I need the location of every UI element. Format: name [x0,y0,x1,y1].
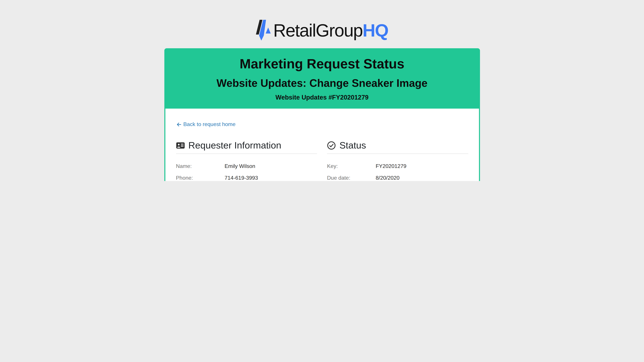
status-row-key: Key: FY20201279 [327,163,468,169]
status-section-title: Status [340,141,366,150]
field-value: FY20201279 [376,163,406,169]
request-card: Marketing Request Status Website Updates… [164,48,480,181]
back-link-label: Back to request home [183,121,236,127]
requester-section-title: Requester Information [188,141,281,150]
back-to-request-home-link[interactable]: Back to request home [176,121,236,127]
request-card-body: Back to request home [165,109,479,181]
brand-name: RetailGroupHQ [273,21,388,39]
requester-information-section: Requester Information Name: Emily Wilson… [176,141,317,181]
requester-row-name: Name: Emily Wilson [176,163,317,169]
requester-section-body: Name: Emily Wilson Phone: 714-619-3993 E… [176,154,317,181]
status-section-body: Key: FY20201279 Due date: 8/20/2020 Proj… [327,154,468,181]
brand-name-accent: HQ [362,20,388,40]
page: RetailGroupHQ Marketing Request Status W… [0,0,644,181]
status-row-due-date: Due date: 8/20/2020 [327,174,468,181]
requester-section-header: Requester Information [176,141,317,154]
brand-name-primary: RetailGroup [273,20,362,40]
page-title: Marketing Request Status [171,56,473,71]
status-section-header: Status [327,141,468,154]
field-label: Phone: [176,174,224,181]
field-label: Key: [327,163,376,169]
requester-row-phone: Phone: 714-619-3993 [176,174,317,181]
field-label: Name: [176,163,224,169]
field-label: Due date: [327,174,376,181]
brand-logo: RetailGroupHQ [0,0,644,41]
summary-columns: Requester Information Name: Emily Wilson… [176,141,468,181]
request-reference: Website Updates #FY20201279 [171,94,473,101]
field-value: Emily Wilson [224,163,255,169]
request-title: Website Updates: Change Sneaker Image [171,77,473,89]
arrow-left-icon [176,121,182,127]
field-value: 8/20/2020 [376,174,400,181]
check-circle-icon [327,141,336,150]
address-card-icon [176,141,185,150]
request-card-header: Marketing Request Status Website Updates… [164,48,480,109]
retailgrouphq-logo-icon [256,19,271,41]
field-value: 714-619-3993 [224,174,258,181]
status-section: Status Key: FY20201279 Due date: 8/20/20… [327,141,468,181]
